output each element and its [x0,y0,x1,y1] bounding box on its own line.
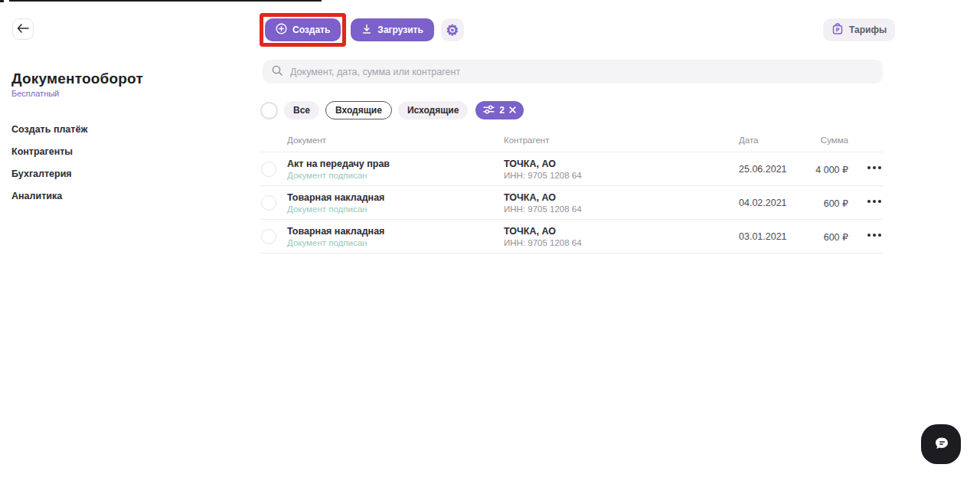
document-title[interactable]: Акт на передачу прав [287,159,390,169]
active-filter-count: 2 [499,105,505,116]
table-row[interactable]: Акт на передачу прав Документ подписан Т… [260,152,883,186]
contractor-inn: ИНН: 9705 1208 64 [504,238,582,247]
sliders-icon [483,105,495,116]
upload-button[interactable]: Загрузить [351,18,433,41]
plan-badge[interactable]: Бесплатный [11,89,59,98]
tariffs-button-label: Тарифы [849,25,887,35]
arrow-left-icon [17,24,29,35]
sidebar-item-contractors[interactable]: Контрагенты [11,147,87,157]
plus-circle-icon [276,23,287,37]
filter-chip-active-filters[interactable]: 2 [475,101,524,119]
select-all-checkbox[interactable] [260,102,278,119]
settings-button[interactable]: ⚙ [441,18,464,41]
column-header-date: Дата [739,136,758,145]
upload-button-label: Загрузить [377,25,423,35]
sidebar-item-analytics[interactable]: Аналитика [11,191,87,201]
sidebar-item-accounting[interactable]: Бухгалтерия [11,169,87,179]
close-icon[interactable] [509,105,516,116]
search-icon [272,65,283,79]
contractor-name: ТОЧКА, АО [504,159,556,169]
contractor-inn: ИНН: 9705 1208 64 [504,171,582,180]
sidebar-nav: Создать платёж Контрагенты Бухгалтерия А… [11,125,87,201]
back-button[interactable] [12,18,34,40]
document-status[interactable]: Документ подписан [287,238,367,247]
contractor-name: ТОЧКА, АО [504,226,556,237]
row-more-button[interactable] [866,165,883,171]
screenshot-edge-line [9,0,322,2]
search-input[interactable] [290,67,874,77]
row-more-button[interactable] [866,198,883,204]
row-checkbox[interactable] [261,195,276,211]
table-row[interactable]: Товарная накладная Документ подписан ТОЧ… [260,220,883,253]
document-status[interactable]: Документ подписан [287,204,367,214]
column-header-contractor: Контрагент [504,136,549,145]
create-button-label: Создать [292,25,330,35]
filter-bar: Все Входящие Исходящие 2 [260,101,524,119]
annotation-highlight-rect: Создать [260,13,346,47]
download-icon [361,24,372,37]
column-header-amount: Сумма [821,136,848,145]
document-date: 03.01.2021 [739,231,787,242]
row-more-button[interactable] [866,232,883,238]
column-header-document: Документ [287,136,326,145]
table-header-row: Документ Контрагент Дата Сумма [260,130,883,152]
filter-chip-outgoing[interactable]: Исходящие [398,101,468,119]
chat-support-button[interactable] [921,424,961,464]
create-button[interactable]: Создать [265,18,341,41]
document-amount: 4 000 ₽ [815,164,848,175]
toolbar: Создать Загрузить ⚙ [260,13,464,47]
contractor-name: ТОЧКА, АО [504,192,556,203]
filter-chip-all[interactable]: Все [284,101,319,119]
chat-bubble-icon [931,433,951,456]
row-checkbox[interactable] [261,229,276,244]
row-checkbox[interactable] [261,162,276,177]
search-bar [263,60,883,83]
document-title[interactable]: Товарная накладная [287,226,384,237]
sidebar-item-create-payment[interactable]: Создать платёж [11,125,87,135]
screenshot-edge-mark [0,0,4,2]
filter-chip-incoming[interactable]: Входящие [325,101,392,119]
contractor-inn: ИНН: 9705 1208 64 [504,204,582,214]
gear-icon: ⚙ [446,23,459,38]
page-title: Документооборот [11,70,143,87]
documents-table: Документ Контрагент Дата Сумма Акт на пе… [260,130,883,253]
document-date: 04.02.2021 [739,198,787,208]
document-status[interactable]: Документ подписан [287,171,367,180]
document-amount: 600 ₽ [824,231,848,243]
documents-page: Документооборот Бесплатный Создать платё… [0,0,980,484]
document-date: 25.06.2021 [739,164,787,175]
tariffs-button[interactable]: Тарифы [823,18,895,41]
table-row[interactable]: Товарная накладная Документ подписан ТОЧ… [260,186,883,220]
document-amount: 600 ₽ [824,198,848,209]
document-title[interactable]: Товарная накладная [287,192,384,203]
price-tag-icon [831,22,844,38]
